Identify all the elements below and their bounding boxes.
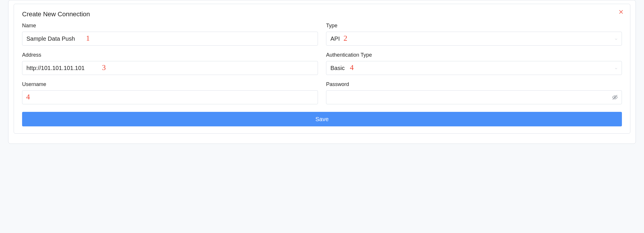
address-label: Address <box>22 52 318 58</box>
name-label: Name <box>22 23 318 29</box>
connection-form-card: Create New Connection Name 1 Type API <box>14 4 630 134</box>
address-input[interactable] <box>22 61 318 75</box>
username-field-group: Username 4 <box>22 81 318 104</box>
auth-type-field-group: Authentication Type Basic 4 <box>326 52 622 75</box>
auth-type-label: Authentication Type <box>326 52 622 58</box>
name-field-group: Name 1 <box>22 23 318 46</box>
username-input[interactable] <box>22 90 318 104</box>
auth-type-select[interactable]: Basic <box>326 61 622 75</box>
password-input[interactable] <box>326 90 622 104</box>
type-label: Type <box>326 23 622 29</box>
password-label: Password <box>326 81 622 87</box>
address-field-group: Address 3 <box>22 52 318 75</box>
type-select[interactable]: API <box>326 32 622 46</box>
type-field-group: Type API 2 <box>326 23 622 46</box>
name-input[interactable] <box>22 32 318 46</box>
eye-off-icon[interactable] <box>612 94 618 100</box>
outer-card: Create New Connection Name 1 Type API <box>8 0 636 144</box>
form-title: Create New Connection <box>22 10 622 18</box>
form-grid: Name 1 Type API 2 Address <box>22 23 622 104</box>
username-label: Username <box>22 81 318 87</box>
save-button[interactable]: Save <box>22 112 622 126</box>
password-field-group: Password <box>326 81 622 104</box>
close-icon[interactable] <box>618 9 624 15</box>
